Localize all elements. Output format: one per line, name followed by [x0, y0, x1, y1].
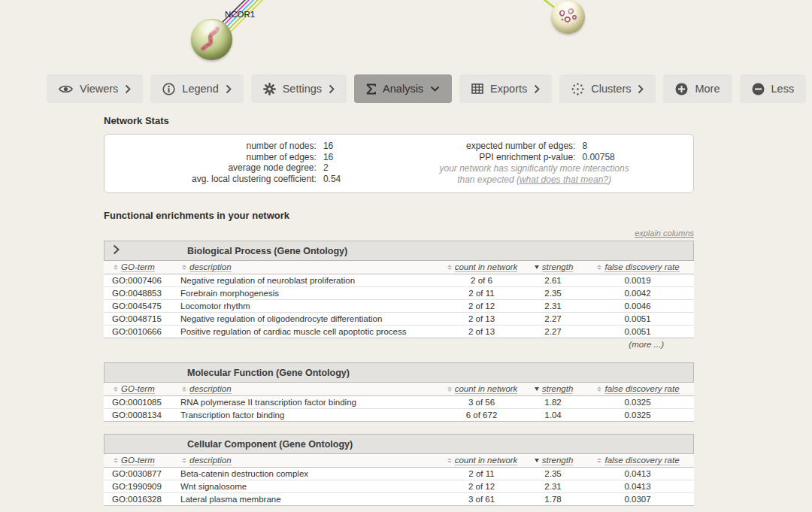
- exports-button[interactable]: Exports: [459, 74, 552, 103]
- col-false-discovery-rate[interactable]: false discovery rate: [581, 262, 694, 272]
- network-stats-box: number of nodes:16 number of edges:16 av…: [104, 134, 694, 193]
- table-row: GO:0010666Positive regulation of cardiac…: [104, 325, 694, 338]
- table-row: GO:0048853Forebrain morphogenesis2 of 11…: [104, 286, 694, 299]
- count-cell: 2 of 13: [438, 314, 525, 323]
- count-link[interactable]: 2: [468, 482, 473, 491]
- count-link[interactable]: 2: [468, 314, 473, 323]
- count-cell: 2 of 11: [438, 289, 525, 298]
- col-strength[interactable]: strength: [525, 384, 581, 394]
- expand-section-button[interactable]: [105, 244, 187, 258]
- what-does-that-mean-link[interactable]: what does that mean?: [520, 174, 608, 185]
- enrichment-note: your network has significantly more inte…: [399, 163, 670, 185]
- count-total-link[interactable]: 6: [487, 276, 492, 285]
- go-term-link[interactable]: GO:0016328: [112, 495, 162, 504]
- col-go-term[interactable]: GO-term: [104, 262, 179, 272]
- section-header: Molecular Function (Gene Ontology): [104, 362, 694, 383]
- count-link[interactable]: 2: [471, 276, 475, 285]
- sort-icon: [114, 386, 118, 392]
- clusters-button[interactable]: Clusters: [559, 74, 656, 103]
- legend-button[interactable]: Legend: [150, 74, 243, 103]
- strength-cell: 2.61: [525, 276, 581, 285]
- col-description[interactable]: description: [179, 384, 438, 394]
- analysis-button[interactable]: Analysis: [354, 74, 452, 103]
- fdr-cell: 0.0307: [581, 495, 694, 504]
- count-link[interactable]: 2: [468, 327, 473, 336]
- strength-cell: 2.35: [525, 289, 581, 298]
- col-strength[interactable]: strength: [525, 456, 581, 465]
- count-link[interactable]: 6: [466, 411, 471, 420]
- table-row: GO:0030877Beta-catenin destruction compl…: [104, 468, 694, 480]
- col-count-in-network[interactable]: count in network: [438, 262, 525, 272]
- col-strength[interactable]: strength: [525, 262, 581, 272]
- go-term-link[interactable]: GO:0048853: [112, 289, 162, 298]
- network-node-ncor1[interactable]: [191, 19, 232, 60]
- less-button[interactable]: Less: [740, 74, 807, 103]
- chevron-right-icon: [329, 84, 335, 94]
- count-cell: 2 of 11: [438, 469, 525, 478]
- count-link[interactable]: 3: [468, 495, 473, 504]
- settings-button[interactable]: Settings: [251, 74, 347, 103]
- more-link[interactable]: (more ...): [104, 338, 694, 350]
- go-term-link[interactable]: GO:0001085: [112, 398, 162, 407]
- col-count-in-network[interactable]: count in network: [438, 456, 525, 465]
- stat-value: 2: [317, 162, 329, 174]
- fdr-cell: 0.0413: [581, 482, 694, 491]
- go-term-link[interactable]: GO:0030877: [112, 469, 162, 478]
- go-term-link[interactable]: GO:0048715: [112, 314, 162, 323]
- viewers-button[interactable]: Viewers: [47, 74, 143, 103]
- count-cell: 2 of 6: [438, 276, 525, 285]
- count-link[interactable]: 2: [468, 301, 473, 311]
- count-link[interactable]: 3: [468, 398, 473, 407]
- network-node-unlabeled[interactable]: [551, 0, 585, 34]
- strength-cell: 1.78: [525, 495, 581, 504]
- count-total-link[interactable]: 11: [486, 469, 495, 478]
- sort-icon: [597, 386, 601, 392]
- col-go-term[interactable]: GO-term: [104, 456, 179, 465]
- column-header-row: GO-term description count in network str…: [104, 454, 694, 468]
- stats-right-column: expected number of edges:8 PPI enrichmen…: [399, 141, 694, 185]
- count-total-link[interactable]: 13: [485, 314, 495, 323]
- go-term-link[interactable]: GO:0007406: [112, 276, 162, 285]
- chevron-right-icon: [125, 84, 131, 94]
- count-link[interactable]: 2: [468, 469, 473, 478]
- stat-label: expected number of edges:: [399, 141, 576, 152]
- count-cell: 6 of 672: [438, 411, 525, 420]
- column-header-row: GO-term description count in network str…: [104, 383, 694, 396]
- col-false-discovery-rate[interactable]: false discovery rate: [581, 456, 694, 465]
- col-description[interactable]: description: [179, 262, 438, 272]
- go-term-cell: GO:0007406: [104, 276, 179, 285]
- stat-value: 16: [317, 152, 333, 163]
- strength-cell: 2.27: [525, 327, 581, 336]
- fdr-cell: 0.0051: [581, 314, 694, 323]
- go-term-link[interactable]: GO:0008134: [112, 411, 162, 420]
- count-total-link[interactable]: 12: [485, 482, 495, 491]
- go-term-link[interactable]: GO:1990909: [112, 482, 162, 491]
- stat-label: PPI enrichment p-value:: [399, 152, 576, 163]
- count-total-link[interactable]: 672: [483, 411, 497, 420]
- explain-columns-link[interactable]: explain columns: [104, 229, 694, 238]
- col-go-term[interactable]: GO-term: [104, 384, 179, 394]
- chevron-down-icon: [430, 86, 440, 92]
- table-row: GO:0001085RNA polymerase II transcriptio…: [104, 396, 694, 408]
- count-total-link[interactable]: 56: [485, 398, 495, 407]
- count-total-link[interactable]: 13: [485, 327, 495, 336]
- stat-label: avg. local clustering coefficient:: [105, 174, 317, 185]
- description-cell: Positive regulation of cardiac muscle ce…: [179, 327, 438, 336]
- gear-icon: [263, 83, 276, 95]
- count-total-link[interactable]: 12: [485, 301, 495, 311]
- go-term-link[interactable]: GO:0045475: [112, 301, 162, 311]
- col-description[interactable]: description: [179, 456, 438, 465]
- go-term-link[interactable]: GO:0010666: [112, 327, 162, 336]
- fdr-cell: 0.0325: [581, 411, 694, 420]
- legend-label: Legend: [182, 83, 218, 95]
- table-row: GO:0016328Lateral plasma membrane3 of 61…: [104, 492, 694, 505]
- more-button[interactable]: More: [663, 74, 732, 103]
- count-total-link[interactable]: 11: [486, 289, 495, 298]
- col-false-discovery-rate[interactable]: false discovery rate: [581, 384, 694, 394]
- count-link[interactable]: 2: [468, 289, 473, 298]
- col-count-in-network[interactable]: count in network: [438, 384, 525, 394]
- count-total-link[interactable]: 61: [485, 495, 495, 504]
- sort-icon: [182, 458, 186, 463]
- go-term-cell: GO:0016328: [104, 495, 179, 504]
- count-cell: 3 of 56: [438, 398, 525, 407]
